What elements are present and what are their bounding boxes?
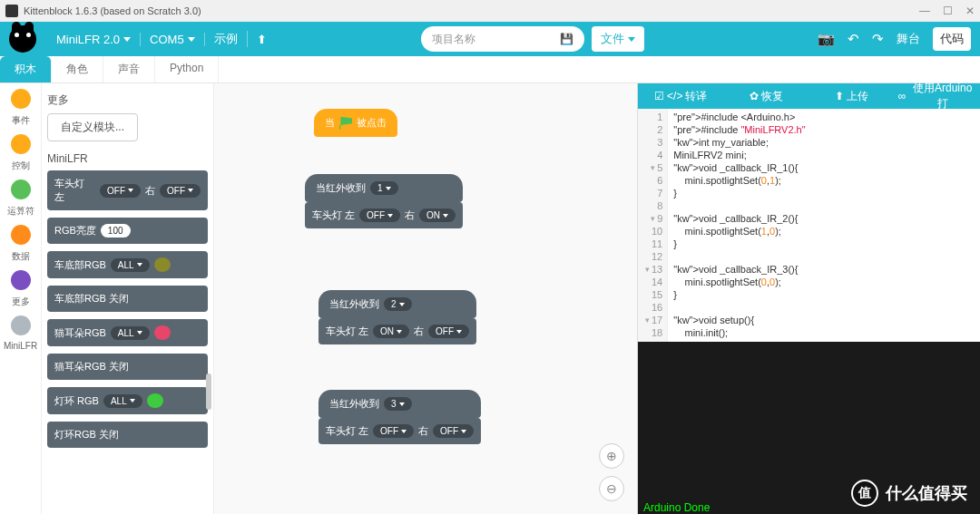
hat-flag-clicked[interactable]: 当 被点击 [314, 109, 397, 137]
color-swatch[interactable] [154, 325, 171, 340]
watermark-text: 什么值得买 [886, 482, 967, 504]
chevron-down-icon [123, 37, 131, 42]
chevron-down-icon [628, 37, 635, 42]
close-icon[interactable]: ✕ [965, 5, 975, 17]
custom-block-button[interactable]: 自定义模块... [47, 113, 138, 141]
cat-events-label: 事件 [12, 114, 30, 127]
menu-bar: MiniLFR 2.0 COM5 示例 ⬆ 项目名称 💾 文件 📷 ↶ ↷ 舞台… [0, 22, 980, 56]
project-name-placeholder: 项目名称 [432, 32, 475, 47]
palette-heading-more: 更多 [47, 92, 208, 108]
undo-icon[interactable]: ↶ [848, 31, 859, 47]
project-name-input[interactable]: 项目名称 💾 [421, 26, 584, 52]
code-toolbar: ☑ </>转译 ✿恢复 ⬆上传 ∞使用Arduino打 [638, 83, 980, 109]
code-panel: ☑ </>转译 ✿恢复 ⬆上传 ∞使用Arduino打 1234▾5678▾91… [637, 83, 980, 514]
open-arduino-button[interactable]: ∞使用Arduino打 [895, 81, 980, 112]
tab-python[interactable]: Python [155, 56, 219, 82]
cat-data-label: 数据 [12, 250, 30, 263]
cat-minilfr-dot[interactable] [11, 315, 31, 335]
maximize-icon[interactable]: ☐ [943, 5, 953, 17]
block-headlight-3[interactable]: 车头灯 左 OFF 右 OFF [318, 418, 481, 444]
minimize-icon[interactable]: — [919, 5, 930, 17]
color-swatch[interactable] [154, 257, 171, 272]
palette-heading-minilfr: MiniLFR [47, 152, 208, 165]
save-icon[interactable]: 💾 [560, 33, 573, 45]
upload-firmware-icon[interactable]: ⬆ [248, 33, 276, 46]
block-bottom-rgb[interactable]: 车底部RGB ALL [47, 251, 208, 278]
file-dropdown[interactable]: 文件 [592, 26, 644, 52]
code-toggle-button[interactable]: 代码 [933, 27, 971, 51]
cat-minilfr-label: MiniLFR [4, 341, 37, 351]
watermark: 值 什么值得买 [851, 480, 967, 507]
block-headlight-1[interactable]: 车头灯 左 OFF 右 ON [305, 202, 463, 228]
cat-events-dot[interactable] [11, 89, 31, 109]
cat-control-dot[interactable] [11, 134, 31, 154]
example-menu[interactable]: 示例 [205, 31, 248, 47]
zoom-controls: ⊕ ⊖ [599, 443, 624, 501]
restore-button[interactable]: ✿恢复 [723, 89, 808, 104]
line-gutter: 1234▾5678▾9101112▾13141516▾1718192021222… [638, 109, 668, 342]
script-canvas[interactable]: 当 被点击 当红外收到 1 车头灯 左 OFF 右 ON 当红外收到 2 [214, 83, 637, 514]
cat-control-label: 控制 [12, 160, 30, 172]
stage-button[interactable]: 舞台 [897, 31, 920, 47]
cat-operators-label: 运算符 [7, 205, 34, 218]
block-bottom-rgb-off[interactable]: 车底部RGB 关闭 [47, 286, 208, 312]
block-ring-rgb[interactable]: 灯环 RGB ALL [47, 387, 208, 414]
block-rgb-brightness[interactable]: RGB亮度 100 [47, 218, 208, 244]
terminal-status: Arduino Done [643, 501, 710, 514]
block-headlight[interactable]: 车头灯 左 OFF 右 OFF [47, 170, 208, 210]
hat-ir-1[interactable]: 当红外收到 1 [305, 174, 463, 202]
port-dropdown[interactable]: COM5 [141, 33, 205, 46]
window-title: Kittenblock 1.6.3 (based on Scratch 3.0) [24, 5, 201, 16]
redo-icon[interactable]: ↷ [872, 31, 884, 47]
block-ring-rgb-off[interactable]: 灯环RGB 关闭 [47, 422, 208, 448]
tab-sounds[interactable]: 声音 [103, 56, 155, 82]
block-ear-rgb[interactable]: 猫耳朵RGB ALL [47, 319, 208, 346]
tab-costumes[interactable]: 角色 [52, 56, 103, 82]
block-ear-rgb-off[interactable]: 猫耳朵RGB 关闭 [47, 354, 208, 380]
kitten-logo [9, 25, 36, 53]
cat-more-dot[interactable] [11, 270, 31, 290]
cat-more-label: 更多 [12, 296, 30, 308]
window-titlebar: Kittenblock 1.6.3 (based on Scratch 3.0)… [0, 0, 980, 22]
cat-operators-dot[interactable] [11, 179, 31, 199]
color-swatch[interactable] [147, 393, 163, 408]
translate-button[interactable]: ☑ </>转译 [638, 89, 723, 104]
palette-scrollbar[interactable] [206, 373, 211, 410]
zoom-out-button[interactable]: ⊖ [599, 476, 624, 501]
upload-button[interactable]: ⬆上传 [809, 89, 895, 104]
code-lines: "pre">#include <Arduino.h>"pre">#include… [668, 109, 894, 342]
camera-icon[interactable]: 📷 [818, 31, 835, 47]
tab-blocks[interactable]: 积木 [0, 56, 52, 82]
cat-data-dot[interactable] [11, 225, 31, 245]
app-icon [5, 5, 18, 17]
green-flag-icon [339, 117, 352, 130]
category-column: 事件 控制 运算符 数据 更多 MiniLFR [0, 83, 42, 514]
hat-ir-2[interactable]: 当红外收到 2 [318, 290, 476, 318]
editor-tabs: 积木 角色 声音 Python [0, 56, 980, 83]
hat-ir-3[interactable]: 当红外收到 3 [318, 390, 481, 418]
chevron-down-icon [188, 37, 195, 42]
device-dropdown[interactable]: MiniLFR 2.0 [47, 33, 141, 46]
watermark-badge: 值 [851, 480, 878, 507]
zoom-in-button[interactable]: ⊕ [599, 443, 624, 469]
block-headlight-2[interactable]: 车头灯 左 ON 右 OFF [318, 318, 476, 344]
code-editor[interactable]: 1234▾5678▾9101112▾13141516▾1718192021222… [638, 109, 980, 342]
block-palette: 更多 自定义模块... MiniLFR 车头灯 左 OFF 右 OFF RGB亮… [42, 83, 214, 514]
